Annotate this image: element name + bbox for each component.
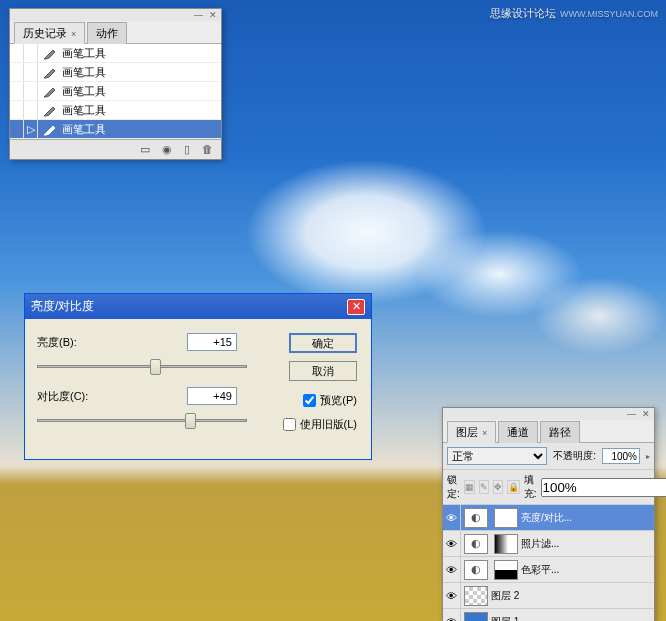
history-item[interactable]: ▷画笔工具 xyxy=(10,120,221,139)
tab-channels[interactable]: 通道 xyxy=(498,421,538,443)
layers-panel: —✕ 图层× 通道 路径 正常 不透明度: ▸ 锁定: ▦ ✎ ✥ 🔒 填充: … xyxy=(442,407,655,621)
layer-row[interactable]: 👁◐亮度/对比... xyxy=(443,505,654,531)
opacity-label: 不透明度: xyxy=(553,449,596,463)
tab-actions[interactable]: 动作 xyxy=(87,22,127,44)
close-tab-icon[interactable]: × xyxy=(71,29,76,39)
brightness-input[interactable] xyxy=(187,333,237,351)
tab-history[interactable]: 历史记录× xyxy=(14,22,85,44)
lock-all-icon[interactable]: 🔒 xyxy=(507,480,520,494)
lock-paint-icon[interactable]: ✎ xyxy=(479,480,489,494)
fill-label: 填充: xyxy=(524,473,537,501)
contrast-slider[interactable] xyxy=(37,411,247,431)
cancel-button[interactable]: 取消 xyxy=(289,361,357,381)
visibility-icon[interactable]: 👁 xyxy=(443,583,461,608)
fill-input[interactable] xyxy=(541,478,666,497)
dialog-title: 亮度/对比度 xyxy=(31,298,94,315)
visibility-icon[interactable]: 👁 xyxy=(443,505,461,530)
layer-row[interactable]: 👁◐色彩平... xyxy=(443,557,654,583)
layer-row[interactable]: 👁◐照片滤... xyxy=(443,531,654,557)
dialog-close-button[interactable]: ✕ xyxy=(347,299,365,315)
minimize-icon[interactable]: — xyxy=(627,409,636,419)
legacy-checkbox[interactable]: 使用旧版(L) xyxy=(283,417,357,432)
history-item[interactable]: 画笔工具 xyxy=(10,44,221,63)
layer-name: 亮度/对比... xyxy=(521,511,572,525)
tab-paths[interactable]: 路径 xyxy=(540,421,580,443)
close-icon[interactable]: ✕ xyxy=(209,10,217,20)
contrast-label: 对比度(C): xyxy=(37,389,107,404)
tab-layers[interactable]: 图层× xyxy=(447,421,496,443)
visibility-icon[interactable]: 👁 xyxy=(443,609,461,621)
layer-name: 色彩平... xyxy=(521,563,559,577)
blend-mode-select[interactable]: 正常 xyxy=(447,447,547,465)
dialog-titlebar[interactable]: 亮度/对比度 ✕ xyxy=(25,294,371,319)
contrast-input[interactable] xyxy=(187,387,237,405)
layer-name: 照片滤... xyxy=(521,537,559,551)
history-item[interactable]: 画笔工具 xyxy=(10,63,221,82)
minimize-icon[interactable]: — xyxy=(194,10,203,20)
history-item[interactable]: 画笔工具 xyxy=(10,101,221,120)
history-doc-icon[interactable]: ▭ xyxy=(140,143,150,156)
layer-row[interactable]: 👁图层 1 xyxy=(443,609,654,621)
history-trash-icon[interactable]: 🗑 xyxy=(202,143,213,156)
layer-row[interactable]: 👁图层 2 xyxy=(443,583,654,609)
layer-name: 图层 2 xyxy=(491,589,519,603)
watermark: 思缘设计论坛WWW.MISSYUAN.COM xyxy=(490,6,658,21)
brightness-slider[interactable] xyxy=(37,357,247,377)
lock-position-icon[interactable]: ✥ xyxy=(493,480,503,494)
lock-transparency-icon[interactable]: ▦ xyxy=(464,480,475,494)
brightness-label: 亮度(B): xyxy=(37,335,107,350)
brightness-contrast-dialog: 亮度/对比度 ✕ 亮度(B): 对比度(C): 确定 取消 预览(P) 使用旧版… xyxy=(24,293,372,460)
visibility-icon[interactable]: 👁 xyxy=(443,531,461,556)
ok-button[interactable]: 确定 xyxy=(289,333,357,353)
history-new-icon[interactable]: ▯ xyxy=(184,143,190,156)
lock-label: 锁定: xyxy=(447,473,460,501)
close-icon[interactable]: ✕ xyxy=(642,409,650,419)
history-snapshot-icon[interactable]: ◉ xyxy=(162,143,172,156)
history-panel: —✕ 历史记录× 动作 画笔工具画笔工具画笔工具画笔工具▷画笔工具 ▭ ◉ ▯ … xyxy=(9,8,222,160)
preview-checkbox[interactable]: 预览(P) xyxy=(303,393,357,408)
layer-name: 图层 1 xyxy=(491,615,519,622)
history-item[interactable]: 画笔工具 xyxy=(10,82,221,101)
opacity-input[interactable] xyxy=(602,448,640,464)
visibility-icon[interactable]: 👁 xyxy=(443,557,461,582)
